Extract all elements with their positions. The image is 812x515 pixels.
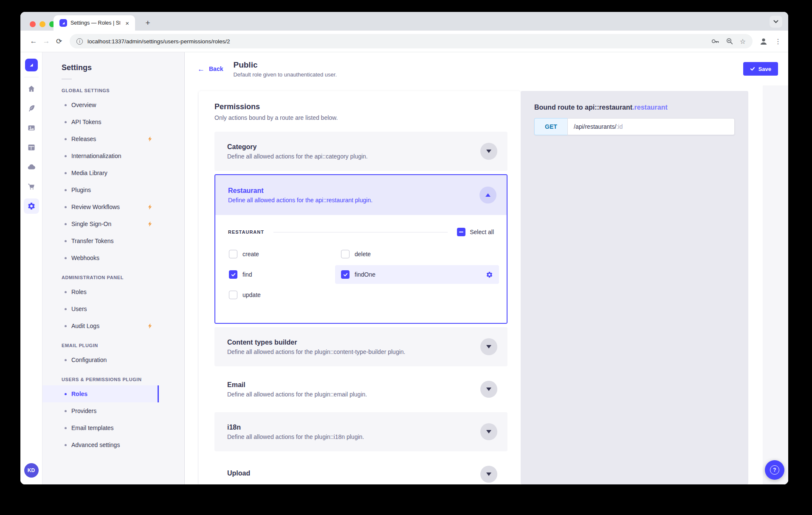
group-divider	[273, 232, 448, 232]
help-button[interactable]: ?	[765, 460, 784, 480]
bullet-icon	[65, 393, 67, 395]
check-icon	[750, 66, 755, 71]
sidebar-item-users[interactable]: Users	[42, 300, 159, 317]
new-tab-button[interactable]: +	[142, 17, 154, 29]
accordion-ctb-header[interactable]: Content types builder Define all allowed…	[214, 327, 508, 366]
accordion-upload: Upload	[214, 455, 508, 484]
collapse-toggle-button[interactable]	[479, 187, 496, 204]
settings-sidebar: Settings GLOBAL SETTINGS Overview API To…	[42, 52, 185, 484]
expand-toggle-button[interactable]	[480, 381, 497, 398]
lightning-icon	[147, 136, 153, 142]
sidebar-item-email-templates[interactable]: Email templates	[42, 419, 159, 436]
sidebar-item-api-tokens[interactable]: API Tokens	[42, 113, 159, 130]
sidebar-item-internationalization[interactable]: Internationalization	[42, 147, 159, 164]
content-manager-feather-icon[interactable]	[24, 101, 39, 116]
sidebar-item-up-roles[interactable]: Roles	[42, 385, 159, 402]
indeterminate-icon	[459, 232, 463, 232]
browser-forward-icon[interactable]: →	[40, 37, 53, 45]
sidebar-item-overview[interactable]: Overview	[42, 96, 159, 113]
accordion-restaurant-header[interactable]: Restaurant Define all allowed actions fo…	[215, 175, 507, 215]
strapi-favicon-icon	[59, 19, 67, 27]
tab-close-icon[interactable]: ×	[124, 19, 131, 27]
page-header: ← Back Public Default role given to unau…	[185, 52, 788, 85]
bullet-icon	[65, 308, 67, 310]
settings-gear-icon[interactable]	[24, 198, 39, 214]
check-icon	[231, 272, 236, 277]
close-window-button[interactable]	[30, 21, 36, 27]
section-label-users-permissions-plugin: USERS & PERMISSIONS PLUGIN	[62, 377, 184, 382]
browser-back-icon[interactable]: ←	[27, 37, 40, 45]
expand-toggle-button[interactable]	[480, 143, 497, 160]
accordion-email: Email Define all allowed actions for the…	[214, 370, 508, 409]
browser-window: Settings — Roles | Strapi × + ← → ⟳ i lo…	[20, 12, 788, 484]
select-all-control[interactable]: Select all	[457, 228, 494, 236]
sidebar-item-audit-logs[interactable]: Audit Logs	[42, 317, 159, 334]
tab-search-chevron-icon[interactable]	[770, 16, 782, 28]
accordion-upload-header[interactable]: Upload	[214, 455, 508, 484]
address-bar-actions: ☆	[711, 37, 746, 45]
section-label-email-plugin: EMAIL PLUGIN	[62, 343, 184, 348]
sidebar-item-providers[interactable]: Providers	[42, 402, 159, 419]
sidebar-item-admin-roles[interactable]: Roles	[42, 283, 159, 300]
find-checkbox[interactable]	[229, 270, 237, 279]
browser-reload-icon[interactable]: ⟳	[53, 37, 65, 46]
back-link[interactable]: ← Back	[197, 65, 223, 73]
zoom-page-icon[interactable]	[726, 38, 733, 45]
browser-menu-icon[interactable]: ⋮	[775, 37, 781, 45]
sidebar-item-review-workflows[interactable]: Review Workflows	[42, 198, 159, 215]
main-panel: ← Back Public Default role given to unau…	[185, 52, 788, 484]
profile-avatar-icon[interactable]	[758, 36, 769, 46]
strapi-logo-icon[interactable]	[25, 59, 38, 71]
create-checkbox[interactable]	[229, 250, 237, 258]
expand-toggle-button[interactable]	[480, 466, 497, 483]
home-icon[interactable]	[24, 81, 39, 96]
delete-checkbox[interactable]	[341, 250, 350, 258]
bullet-icon	[65, 240, 67, 242]
group-label: RESTAURANT	[228, 229, 264, 235]
accordion-i18n-header[interactable]: i18n Define all allowed actions for the …	[214, 412, 508, 451]
bullet-icon	[65, 104, 67, 106]
tab-title: Settings — Roles | Strapi	[70, 20, 120, 26]
action-delete: delete	[335, 245, 499, 263]
address-bar[interactable]: i localhost:1337/admin/settings/users-pe…	[70, 34, 753, 48]
minimize-window-button[interactable]	[39, 21, 45, 27]
browser-tabstrip: Settings — Roles | Strapi × +	[20, 12, 788, 31]
sidebar-item-releases[interactable]: Releases	[42, 130, 159, 147]
media-library-icon[interactable]	[24, 120, 39, 136]
section-label-global-settings: GLOBAL SETTINGS	[62, 88, 184, 93]
sidebar-item-plugins[interactable]: Plugins	[42, 181, 159, 198]
sidebar-item-configuration[interactable]: Configuration	[42, 351, 159, 368]
bullet-icon	[65, 138, 67, 140]
update-checkbox[interactable]	[229, 291, 237, 299]
title-block: Public Default role given to unauthentic…	[233, 60, 337, 78]
password-key-icon[interactable]	[711, 39, 719, 44]
sidebar-item-single-sign-on[interactable]: Single Sign-On	[42, 215, 159, 232]
expand-toggle-button[interactable]	[480, 423, 497, 440]
chevron-down-icon	[486, 473, 491, 476]
accordion-category-header[interactable]: Category Define all allowed actions for …	[214, 132, 508, 171]
accordion-email-header[interactable]: Email Define all allowed actions for the…	[214, 370, 508, 409]
site-info-icon[interactable]: i	[76, 38, 83, 45]
bullet-icon	[65, 121, 67, 123]
browser-right-controls: ⋮	[758, 36, 781, 46]
content-type-builder-icon[interactable]	[24, 140, 39, 155]
findone-checkbox[interactable]	[341, 270, 350, 279]
sidebar-item-advanced-settings[interactable]: Advanced settings	[42, 436, 159, 453]
cloud-icon[interactable]	[24, 159, 39, 175]
select-all-checkbox[interactable]	[457, 228, 465, 236]
bullet-icon	[65, 410, 67, 412]
bookmark-star-icon[interactable]: ☆	[740, 37, 746, 45]
sidebar-item-webhooks[interactable]: Webhooks	[42, 249, 159, 266]
sidebar-item-transfer-tokens[interactable]: Transfer Tokens	[42, 232, 159, 249]
browser-tab[interactable]: Settings — Roles | Strapi ×	[54, 15, 135, 31]
bullet-icon	[65, 427, 67, 429]
sidebar-item-media-library[interactable]: Media Library	[42, 164, 159, 181]
findone-settings-gear-icon[interactable]	[486, 271, 493, 278]
marketplace-cart-icon[interactable]	[24, 179, 39, 194]
action-update: update	[223, 286, 335, 304]
route-path-field[interactable]: /api/restaurants/:id	[567, 118, 735, 135]
save-button[interactable]: Save	[743, 62, 778, 76]
expand-toggle-button[interactable]	[480, 338, 497, 355]
route-input-group: GET /api/restaurants/:id	[534, 118, 735, 135]
user-avatar[interactable]: KD	[24, 463, 39, 478]
